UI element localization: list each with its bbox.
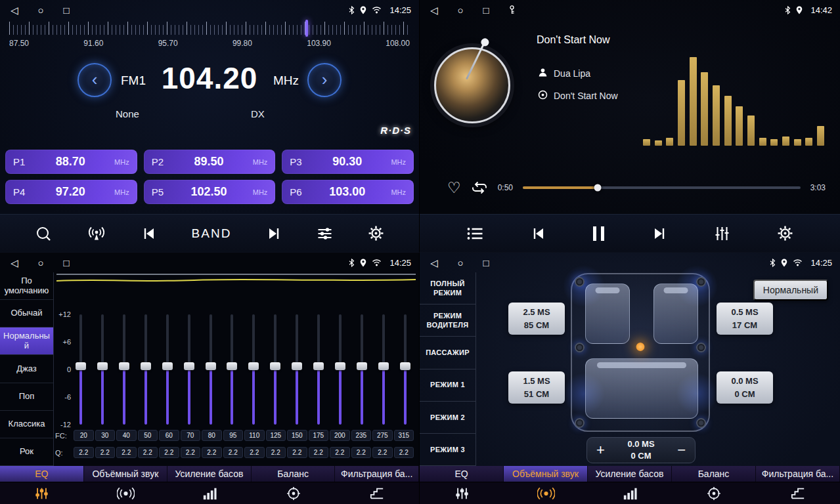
eq-slider-thumb[interactable] (335, 362, 345, 370)
eq-slider-thumb[interactable] (162, 362, 173, 370)
tune-up-button[interactable]: › (307, 63, 342, 97)
eq-band-slider[interactable] (205, 314, 217, 425)
eq-preset-item[interactable]: Рок (0, 438, 53, 466)
eq-band-slider[interactable] (399, 314, 411, 425)
eq-band-slider[interactable] (356, 314, 368, 425)
eq-band-slider[interactable] (162, 314, 173, 425)
eq-slider-thumb[interactable] (227, 362, 237, 370)
eq-settings-icon[interactable] (317, 226, 333, 241)
delay-rear-right[interactable]: 0.0 MS 0 CM (717, 371, 773, 404)
mixer-icon[interactable] (714, 226, 730, 242)
favorite-icon[interactable]: ♡ (447, 180, 461, 196)
eq-slider-thumb[interactable] (313, 362, 324, 370)
tab-filter[interactable]: Фильтрация ба... (756, 466, 840, 482)
eq-preset-item[interactable]: Поп (0, 383, 53, 411)
eq-band-slider[interactable] (118, 314, 130, 425)
radio-preset-p3[interactable]: P390.30MHz (282, 150, 414, 174)
repeat-icon[interactable] (471, 180, 488, 195)
eq-band-slider[interactable] (291, 314, 303, 425)
settings-gear-icon[interactable] (368, 225, 384, 242)
back-icon[interactable]: ◁ (11, 5, 18, 15)
eq-slider-thumb[interactable] (292, 362, 302, 370)
eq-preset-item[interactable]: Классика (0, 411, 53, 438)
eq-band-slider[interactable] (183, 314, 195, 425)
scan-icon[interactable] (35, 225, 52, 242)
eq-band-slider[interactable] (378, 314, 389, 425)
delay-front-left[interactable]: 2.5 MS 85 CM (508, 303, 565, 335)
recents-icon[interactable]: □ (483, 5, 489, 15)
seek-bar[interactable] (523, 186, 801, 189)
tab-balance[interactable]: Баланс (672, 466, 756, 482)
home-icon[interactable]: ○ (458, 258, 464, 268)
radio-preset-p4[interactable]: P497.20MHz (5, 180, 137, 204)
listening-position-dot[interactable] (636, 343, 645, 351)
next-track-icon[interactable] (652, 226, 667, 241)
eq-band-slider[interactable] (140, 314, 152, 425)
delay-front-right[interactable]: 0.5 MS 17 CM (717, 303, 773, 335)
tab-icon-bass-boost[interactable] (588, 482, 672, 504)
tab-icon-filter[interactable] (335, 482, 419, 504)
sound-mode-item[interactable]: РЕЖИМ 1 (420, 369, 475, 402)
eq-preset-item[interactable]: Нормальный (0, 327, 53, 355)
eq-slider-thumb[interactable] (378, 362, 389, 370)
previous-station-icon[interactable] (141, 226, 157, 241)
eq-preset-item[interactable]: По умолчанию (0, 272, 53, 300)
back-icon[interactable]: ◁ (11, 258, 18, 268)
eq-slider-thumb[interactable] (119, 362, 129, 370)
seek-thumb[interactable] (594, 184, 602, 192)
home-icon[interactable]: ○ (38, 5, 44, 15)
home-icon[interactable]: ○ (38, 258, 44, 268)
settings-gear-icon[interactable] (777, 225, 793, 242)
eq-band-slider[interactable] (313, 314, 324, 425)
tab-icon-balance[interactable] (252, 482, 336, 504)
back-icon[interactable]: ◁ (430, 5, 438, 15)
tab-icon-surround[interactable] (504, 482, 588, 504)
tab-icon-eq[interactable] (420, 482, 504, 504)
tab-icon-filter[interactable] (756, 482, 840, 504)
previous-track-icon[interactable] (531, 226, 546, 241)
eq-band-slider[interactable] (269, 314, 281, 425)
eq-slider-thumb[interactable] (76, 362, 86, 370)
tab-icon-eq[interactable] (0, 482, 84, 504)
tab-surround[interactable]: Объёмный звук (84, 466, 168, 482)
decrease-delay-button[interactable]: − (677, 443, 686, 457)
eq-band-slider[interactable] (97, 314, 108, 425)
tab-eq[interactable]: EQ (0, 466, 84, 482)
sound-mode-item[interactable]: РЕЖИМ ВОДИТЕЛЯ (420, 304, 475, 337)
tab-icon-bass-boost[interactable] (167, 482, 252, 504)
radio-preset-p2[interactable]: P289.50MHz (144, 150, 276, 174)
sound-preset-button[interactable]: Нормальный (753, 280, 828, 301)
tab-surround[interactable]: Объёмный звук (504, 466, 588, 482)
sound-mode-item[interactable]: РЕЖИМ 3 (420, 434, 475, 466)
sound-mode-item[interactable]: ПОЛНЫЙ РЕЖИМ (420, 272, 475, 304)
sound-mode-item[interactable]: ПАССАЖИР (420, 337, 475, 369)
eq-slider-thumb[interactable] (206, 362, 216, 370)
home-icon[interactable]: ○ (458, 5, 464, 15)
frequency-scale[interactable]: 87.5091.6095.7099.80103.90108.00 (9, 22, 410, 56)
tab-filter[interactable]: Фильтрация ба... (335, 466, 419, 482)
eq-band-slider[interactable] (334, 314, 346, 425)
playlist-icon[interactable] (466, 226, 484, 241)
eq-slider-thumb[interactable] (357, 362, 367, 370)
eq-slider-thumb[interactable] (184, 362, 194, 370)
recents-icon[interactable]: □ (64, 258, 70, 268)
eq-slider-thumb[interactable] (248, 362, 259, 370)
sound-mode-item[interactable]: РЕЖИМ 2 (420, 402, 475, 434)
eq-slider-thumb[interactable] (97, 362, 108, 370)
tab-bass-boost[interactable]: Усиление басов (588, 466, 672, 482)
tab-balance[interactable]: Баланс (252, 466, 336, 482)
eq-band-slider[interactable] (75, 314, 87, 425)
eq-slider-thumb[interactable] (141, 362, 151, 370)
increase-delay-button[interactable]: + (596, 443, 605, 457)
eq-band-slider[interactable] (248, 314, 259, 425)
tab-bass-boost[interactable]: Усиление басов (167, 466, 252, 482)
next-station-icon[interactable] (266, 226, 282, 241)
tab-eq[interactable]: EQ (420, 466, 504, 482)
eq-slider-thumb[interactable] (270, 362, 280, 370)
radio-preset-p1[interactable]: P188.70MHz (5, 150, 137, 174)
pause-icon[interactable] (593, 226, 604, 241)
band-button[interactable]: BAND (192, 226, 232, 241)
eq-band-slider[interactable] (226, 314, 238, 425)
radio-preset-p5[interactable]: P5102.50MHz (144, 180, 276, 204)
eq-preset-item[interactable]: Обычай (0, 300, 53, 327)
